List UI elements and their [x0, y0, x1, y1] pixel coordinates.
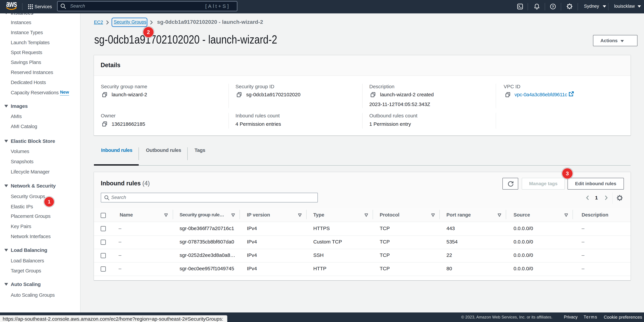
svg-text:aws: aws [6, 2, 17, 8]
svg-text:?: ? [552, 5, 554, 8]
